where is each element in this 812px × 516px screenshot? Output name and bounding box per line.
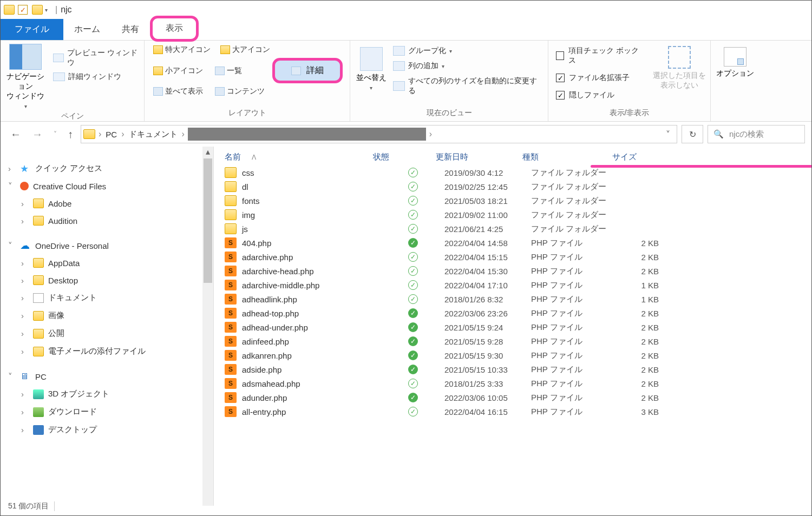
expand-icon[interactable]: ˅ [8, 372, 16, 381]
folder-icon [33, 258, 44, 268]
tree-item[interactable]: ˅☁OneDrive - Personal [8, 237, 213, 254]
file-row[interactable]: js✓2021/06/21 4:25ファイル フォルダー [214, 222, 811, 236]
autosize-columns-button[interactable]: すべての列のサイズを自動的に変更する [393, 76, 543, 96]
column-size[interactable]: サイズ [612, 152, 661, 162]
tree-item[interactable]: ›公開 [8, 325, 213, 342]
file-row[interactable]: Sadinfeed.php✓2021/05/15 9:28PHP ファイル2 K… [214, 334, 811, 348]
file-type: ファイル フォルダー [531, 210, 621, 220]
expand-icon[interactable]: › [21, 276, 29, 285]
layout-l-icons[interactable]: 大アイコン [216, 44, 277, 56]
file-row[interactable]: Sall-entry.php✓2022/04/04 16:15PHP ファイル3… [214, 405, 811, 419]
address-dropdown[interactable]: ˅ [662, 129, 675, 140]
group-label: レイアウト [149, 106, 345, 121]
save-icon[interactable]: ✓ [18, 5, 28, 15]
file-row[interactable]: fonts✓2021/05/03 18:21ファイル フォルダー [214, 194, 811, 208]
file-row[interactable]: Sadarchive.php✓2022/04/04 15:15PHP ファイル2… [214, 250, 811, 264]
breadcrumb[interactable]: ドキュメント [128, 129, 179, 140]
file-state: ✓ [382, 294, 444, 304]
php-icon: S [225, 237, 237, 248]
history-dropdown[interactable]: ˅ [50, 130, 60, 138]
file-row[interactable]: Sadarchive-middle.php✓2022/04/04 17:10PH… [214, 278, 811, 292]
file-row[interactable]: Sadkanren.php✓2021/05/15 9:30PHP ファイル2 K… [214, 348, 811, 362]
tree-item[interactable]: ›ドキュメント [8, 289, 213, 307]
tree-item[interactable]: ›電子メールの添付ファイル [8, 342, 213, 360]
forward-button[interactable]: → [29, 128, 46, 141]
layout-s-icons[interactable]: 小アイコン [149, 58, 209, 83]
qat-dropdown[interactable]: ▾ [45, 7, 48, 13]
tree-item[interactable]: ˅🖥PC [8, 368, 213, 385]
file-extensions-toggle[interactable]: ファイル名拡張子 [556, 73, 643, 83]
file-row[interactable]: img✓2021/09/02 11:00ファイル フォルダー [214, 208, 811, 222]
tree-item[interactable]: ›画像 [8, 307, 213, 325]
file-row[interactable]: Sadsmahead.php✓2018/01/25 3:33PHP ファイル2 … [214, 376, 811, 391]
expand-icon[interactable]: ˅ [8, 181, 16, 191]
tab-file[interactable]: ファイル [1, 19, 63, 40]
expand-icon[interactable]: › [8, 164, 16, 173]
layout-content[interactable]: コンテンツ [211, 85, 271, 97]
expand-icon[interactable]: › [21, 347, 29, 356]
tree-item[interactable]: ›ダウンロード [8, 403, 213, 421]
column-name[interactable]: 名前ᐱ [225, 152, 373, 162]
expand-icon[interactable]: › [21, 216, 29, 226]
layout-tiles[interactable]: 並べて表示 [149, 85, 209, 97]
add-columns-button[interactable]: 列の追加▾ [393, 61, 543, 71]
preview-pane-button[interactable]: プレビュー ウィンドウ [53, 48, 140, 68]
icon [153, 87, 163, 96]
file-row[interactable]: dl✓2019/02/25 12:45ファイル フォルダー [214, 180, 811, 194]
tree-item[interactable]: ›3D オブジェクト [8, 385, 213, 403]
back-button[interactable]: ← [7, 128, 24, 141]
tree-item[interactable]: ›Adobe [8, 195, 213, 212]
expand-icon[interactable]: › [21, 389, 29, 399]
tab-share[interactable]: 共有 [111, 19, 150, 40]
expand-icon[interactable]: › [21, 329, 29, 338]
file-row[interactable]: Sadhead-under.php✓2021/05/15 9:24PHP ファイ… [214, 320, 811, 334]
file-row[interactable]: S404.php✓2022/04/04 14:58PHP ファイル2 KB [214, 236, 811, 250]
details-pane-button[interactable]: 詳細ウィンドウ [53, 72, 140, 82]
tree-item[interactable]: ›デスクトップ [8, 421, 213, 439]
layout-details[interactable]: 詳細 [272, 58, 343, 83]
tree-item[interactable]: ›AppData [8, 254, 213, 272]
tree-item[interactable]: ˅Creative Cloud Files [8, 177, 213, 195]
scrollbar[interactable]: ▴ [202, 147, 213, 506]
tab-view[interactable]: 表示 [150, 16, 199, 42]
layout-list[interactable]: 一覧 [211, 58, 271, 83]
file-row[interactable]: Sadunder.php✓2022/03/06 10:05PHP ファイル2 K… [214, 391, 811, 405]
nav-pane-button[interactable]: ナビゲーション ウィンドウ ▾ [5, 44, 47, 109]
file-row[interactable]: Sadarchive-head.php✓2022/04/04 15:30PHP … [214, 264, 811, 278]
file-row[interactable]: Sadhead-top.php✓2022/03/06 23:26PHP ファイル… [214, 306, 811, 320]
expand-icon[interactable]: › [21, 259, 29, 268]
sort-button[interactable]: 並べ替え ▾ [355, 44, 388, 106]
breadcrumb[interactable]: PC [104, 130, 118, 139]
search-icon: 🔍 [713, 129, 724, 139]
tree-item[interactable]: ›★クイック アクセス [8, 160, 213, 177]
expand-icon[interactable]: › [21, 407, 29, 416]
item-checkboxes-toggle[interactable]: 項目チェック ボックス [556, 46, 643, 65]
file-row[interactable]: Sadside.php✓2021/05/15 10:33PHP ファイル2 KB [214, 362, 811, 376]
tree-item[interactable]: ›Audition [8, 212, 213, 229]
file-list: 名前ᐱ 状態 更新日時 種類 サイズ css✓2019/09/30 4:12ファ… [214, 147, 811, 506]
tab-home[interactable]: ホーム [63, 19, 111, 40]
column-date[interactable]: 更新日時 [436, 152, 522, 162]
expand-icon[interactable]: › [21, 425, 29, 434]
expand-icon[interactable]: › [21, 199, 29, 208]
group-by-button[interactable]: グループ化▾ [393, 46, 543, 56]
up-button[interactable]: ↑ [64, 128, 76, 141]
expand-icon[interactable]: ˅ [8, 241, 16, 250]
expand-icon[interactable]: › [21, 293, 29, 302]
file-date: 2019/09/30 4:12 [444, 168, 531, 177]
layout-xl-icons[interactable]: 特大アイコン [149, 44, 215, 56]
expand-icon[interactable]: › [21, 311, 29, 320]
options-button[interactable]: オプション [715, 44, 755, 78]
search-input[interactable]: 🔍 njcの検索 [708, 125, 805, 143]
scrollbar-thumb[interactable] [204, 158, 212, 283]
file-state: ✓ [382, 182, 444, 191]
column-state[interactable]: 状態 [373, 152, 436, 162]
column-type[interactable]: 種類 [522, 152, 612, 162]
sync-status-icon: ✓ [408, 294, 418, 304]
tree-item[interactable]: ›Desktop [8, 272, 213, 289]
file-row[interactable]: Sadheadlink.php✓2018/01/26 8:32PHP ファイル1… [214, 292, 811, 306]
refresh-button[interactable]: ↻ [682, 125, 703, 143]
address-input[interactable]: › PC › ドキュメント › › ˅ [81, 125, 677, 143]
hidden-files-toggle[interactable]: 隠しファイル [556, 90, 643, 100]
cloud-icon: ☁ [20, 241, 31, 250]
